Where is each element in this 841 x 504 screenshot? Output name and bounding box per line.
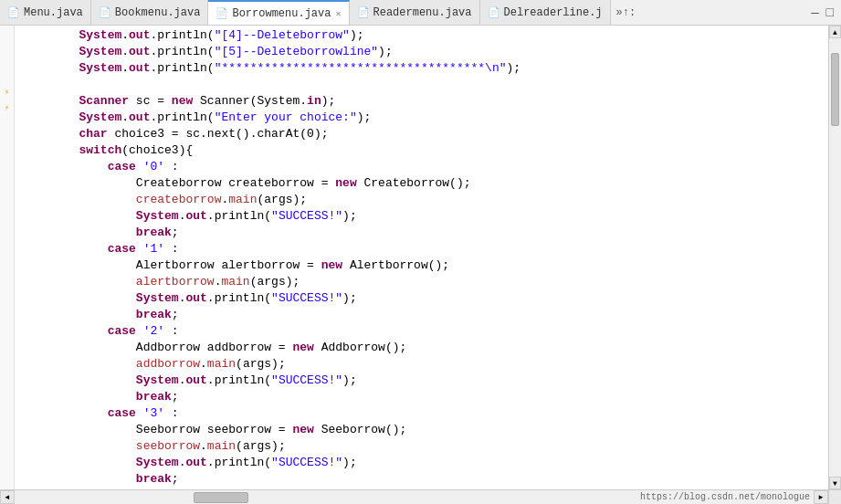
code-token: case <box>108 488 136 489</box>
code-token: "SUCCESS!" <box>271 290 342 307</box>
code-token: . <box>200 356 207 373</box>
tab-close-button[interactable]: ✕ <box>335 8 341 19</box>
scroll-thumb[interactable] <box>831 53 839 126</box>
code-token: seeborrow = <box>200 422 292 438</box>
code-line: System.out.println("SUCCESS!"); <box>22 455 821 471</box>
tab-borrowmenu-java[interactable]: 📄Borrowmenu.java✕ <box>208 0 349 25</box>
code-token: (args); <box>257 192 307 208</box>
scroll-up-button[interactable]: ▲ <box>829 26 841 38</box>
code-token: main <box>221 274 249 290</box>
code-token: out <box>185 208 206 225</box>
code-line: break; <box>22 471 821 488</box>
code-token: . <box>121 27 129 44</box>
code-line: Scanner sc = new Scanner(System.in); <box>22 93 821 110</box>
code-token: createborrow = <box>221 175 335 192</box>
code-line: alertborrow.main(args); <box>22 274 821 290</box>
code-token: (choice3){ <box>121 142 193 159</box>
code-indent <box>22 290 136 307</box>
code-token: out <box>185 373 206 389</box>
code-line: break; <box>22 307 821 323</box>
code-token: Seeborrow(); <box>314 422 406 438</box>
scrollbar-corner <box>828 490 841 504</box>
tab-menu-java[interactable]: 📄Menu.java <box>0 0 91 25</box>
code-token: Createborrow(); <box>357 175 471 192</box>
code-indent <box>22 175 136 192</box>
code-token: main <box>207 438 236 455</box>
code-line: char choice3 = sc.next().charAt(0); <box>22 126 821 142</box>
code-token: '4' <box>143 488 164 489</box>
code-token: sc = <box>129 93 172 110</box>
code-token: choice3 = sc.next().charAt(0); <box>108 126 329 142</box>
code-token: switch <box>79 142 121 159</box>
h-scroll-track[interactable] <box>15 490 413 504</box>
gutter-mark <box>0 325 14 340</box>
code-token: . <box>179 290 186 307</box>
code-token: ); <box>350 27 364 44</box>
code-token: ; <box>172 471 179 488</box>
tab-bookmenu-java[interactable]: 📄Bookmenu.java <box>91 0 209 25</box>
scroll-down-button[interactable]: ▼ <box>829 477 841 489</box>
code-token: "[4]--Deleteborrow" <box>215 27 350 44</box>
tab-label: Bookmenu.java <box>115 6 201 19</box>
code-indent <box>22 60 79 77</box>
code-token: out <box>129 110 150 126</box>
url-bar: https://blog.csdn.net/monologue <box>413 490 815 504</box>
code-token: (args); <box>250 274 300 290</box>
tab-delreaderline-j[interactable]: 📄Delreaderline.j <box>480 0 611 25</box>
code-token: out <box>185 290 206 307</box>
code-indent <box>22 159 108 175</box>
code-line: System.out.println("********************… <box>22 60 821 77</box>
gutter-mark <box>0 40 14 55</box>
code-line: case '0' : <box>22 159 821 175</box>
code-token: : <box>164 488 179 489</box>
code-scroll[interactable]: System.out.println("[4]--Deleteborrow");… <box>15 26 828 489</box>
vertical-scrollbar[interactable]: ▲ ▼ <box>828 26 841 489</box>
minimize-button[interactable]: — <box>807 6 822 19</box>
code-token: ); <box>342 208 357 225</box>
tab-file-icon: 📄 <box>7 6 20 18</box>
gutter-mark <box>0 355 14 370</box>
gutter-mark <box>0 280 14 295</box>
tab-readermenu-java[interactable]: 📄Readermenu.java <box>350 0 480 25</box>
code-token: new <box>292 422 313 438</box>
code-line: case '4' : <box>22 488 821 489</box>
code-token: .println( <box>207 455 271 471</box>
code-token: out <box>129 60 150 77</box>
code-token: break <box>136 389 172 405</box>
code-indent <box>22 27 79 44</box>
code-token: Createborrow <box>136 175 222 192</box>
tab-overflow-button[interactable]: »↑: <box>611 6 642 19</box>
code-line: Alertborrow alertborrow = new Alertborro… <box>22 257 821 274</box>
scroll-right-button[interactable]: ► <box>814 490 828 504</box>
code-token: "SUCCESS!" <box>271 208 342 225</box>
gutter-mark: ⚡ <box>0 100 14 115</box>
code-token: ); <box>321 93 336 110</box>
scroll-track[interactable] <box>829 38 841 477</box>
bottom-bar: ◄ https://blog.csdn.net/monologue ► <box>0 489 841 504</box>
maximize-button[interactable]: □ <box>823 6 837 19</box>
code-token: (args); <box>236 438 286 455</box>
code-indent <box>22 110 79 126</box>
code-token: .println( <box>150 60 214 77</box>
code-content: System.out.println("[4]--Deleteborrow");… <box>15 26 828 489</box>
tab-label: Menu.java <box>24 6 83 19</box>
h-scroll-thumb[interactable] <box>194 492 248 503</box>
code-line: System.out.println("[5]--Deleteborrowlin… <box>22 44 821 60</box>
gutter-mark <box>0 265 14 279</box>
gutter-mark <box>0 295 14 310</box>
code-token: System <box>79 27 121 44</box>
code-token: new <box>321 257 342 274</box>
gutter-mark <box>0 415 14 429</box>
code-token: ; <box>172 225 179 241</box>
scroll-left-button[interactable]: ◄ <box>0 490 15 504</box>
gutter-mark <box>0 310 14 324</box>
code-line: addborrow.main(args); <box>22 356 821 373</box>
code-token: . <box>200 438 207 455</box>
code-token: Alertborrow(); <box>342 257 449 274</box>
code-token: "*************************************\n… <box>215 60 507 77</box>
code-indent <box>22 422 136 438</box>
code-line <box>22 77 821 93</box>
code-token: '3' <box>143 405 164 422</box>
code-token: Addborrow(); <box>314 340 406 356</box>
code-token: "Enter your choice:" <box>215 110 357 126</box>
